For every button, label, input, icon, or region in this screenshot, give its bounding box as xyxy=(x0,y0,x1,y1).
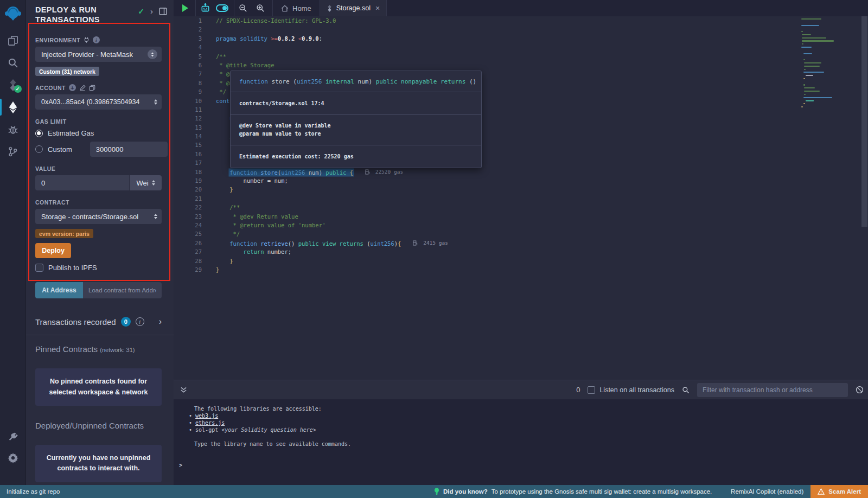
library-link[interactable]: web3.js xyxy=(195,413,218,419)
solidity-compiler-icon[interactable]: ✓ xyxy=(0,74,26,96)
line-number: 25 xyxy=(174,229,202,238)
run-script-icon[interactable] xyxy=(182,4,188,12)
transactions-expand-icon[interactable]: › xyxy=(159,317,162,327)
custom-gas-label: Custom xyxy=(48,145,72,154)
select-updown-icon xyxy=(154,214,157,219)
listen-all-checkbox[interactable] xyxy=(588,386,595,394)
debugger-icon[interactable] xyxy=(0,118,26,141)
environment-select[interactable]: Injected Provider - MetaMask xyxy=(35,47,162,62)
line-number: 24 xyxy=(174,221,202,229)
at-address-input[interactable] xyxy=(83,282,162,298)
contract-select[interactable]: Storage - contracts/Storage.sol xyxy=(35,209,162,224)
deploy-button[interactable]: Deploy xyxy=(35,243,71,258)
code-line[interactable]: 23 * @dev Return value xyxy=(174,212,868,221)
code-editor[interactable]: 1// SPDX-License-Identifier: GPL-3.023pr… xyxy=(174,16,868,380)
zoom-in-icon[interactable] xyxy=(256,4,265,12)
file-explorer-icon[interactable] xyxy=(0,29,26,52)
code-line[interactable]: 2 xyxy=(174,25,868,34)
code-line[interactable]: 5/** xyxy=(174,52,868,61)
line-number: 17 xyxy=(174,158,202,167)
copilot-toggle[interactable] xyxy=(216,4,228,12)
value-input[interactable] xyxy=(35,175,129,190)
line-number: 27 xyxy=(174,247,202,256)
code-line[interactable]: 19 number = num; xyxy=(174,176,868,185)
account-label: ACCOUNT xyxy=(35,85,66,91)
tooltip-gas-estimate: Estimated execution cost: 22520 gas xyxy=(231,145,481,168)
code-line[interactable]: 24 * @return value of 'number' xyxy=(174,221,868,229)
search-icon xyxy=(682,386,690,394)
remix-logo-icon[interactable] xyxy=(4,4,22,23)
code-line[interactable]: 20 } xyxy=(174,185,868,194)
code-line[interactable]: 26 function retrieve() public view retur… xyxy=(174,239,868,247)
editor-scrollbar[interactable] xyxy=(861,16,867,227)
custom-gas-radio[interactable] xyxy=(35,145,43,153)
clear-terminal-icon[interactable] xyxy=(856,386,864,394)
git-init-button[interactable]: Initialize as git repo xyxy=(7,488,60,495)
pin-panel-icon[interactable] xyxy=(159,8,167,15)
terminal-text: The following libraries are accessible: xyxy=(194,406,322,412)
deploy-run-icon[interactable] xyxy=(0,96,26,118)
code-line[interactable]: 3pragma solidity >=0.8.2 <0.9.0; xyxy=(174,34,868,43)
check-icon: ✓ xyxy=(138,7,144,16)
did-you-know-text: To prototype using the Gnosis safe multi… xyxy=(492,488,712,495)
environment-info-icon[interactable]: i xyxy=(93,36,100,43)
terminal-prompt[interactable]: > xyxy=(174,462,868,469)
transactions-info-icon[interactable]: i xyxy=(136,317,144,326)
code-line[interactable]: 27 return number; xyxy=(174,247,868,256)
code-line[interactable]: 18 function store(uint256 num) public { … xyxy=(174,168,868,176)
deploy-run-panel: DEPLOY & RUN TRANSACTIONS ✓ › ENVIRONMEN… xyxy=(26,0,174,485)
terminal-output[interactable]: The following libraries are accessible:•… xyxy=(174,399,868,485)
code-line[interactable]: 1// SPDX-License-Identifier: GPL-3.0 xyxy=(174,16,868,25)
code-line[interactable]: 22 /** xyxy=(174,203,868,212)
value-unit-select[interactable]: Wei xyxy=(129,175,162,190)
publish-ipfs-checkbox[interactable] xyxy=(35,264,43,272)
library-link[interactable]: ethers.js xyxy=(195,420,225,426)
filter-transactions-input[interactable] xyxy=(697,383,848,397)
plug-icon xyxy=(84,37,90,43)
zoom-out-icon[interactable] xyxy=(239,4,247,12)
code-line[interactable]: 4 xyxy=(174,43,868,52)
edit-account-icon[interactable] xyxy=(79,85,86,91)
estimated-gas-radio[interactable] xyxy=(35,130,43,137)
line-number: 1 xyxy=(174,16,202,25)
pinned-network-subtitle: (network: 31) xyxy=(100,347,135,353)
copy-account-icon[interactable] xyxy=(89,85,95,91)
ai-assistant-robot-icon[interactable] xyxy=(200,3,210,13)
fuel-icon: 22520 gas xyxy=(365,168,403,176)
fuel-icon: 2415 gas xyxy=(413,239,448,247)
at-address-button[interactable]: At Address xyxy=(35,282,83,298)
copilot-status[interactable]: RemixAI Copilot (enabled) xyxy=(731,488,803,495)
add-account-icon[interactable]: + xyxy=(69,84,76,91)
code-line[interactable]: 28 } xyxy=(174,257,868,265)
scam-alert-button[interactable]: Scam Alert xyxy=(810,485,868,498)
custom-gas-input[interactable] xyxy=(90,142,168,157)
gas-limit-label: GAS LIMIT xyxy=(35,118,67,125)
plugin-manager-icon[interactable] xyxy=(8,432,18,443)
transactions-recorded-row[interactable]: Transactions recorded 0 i › xyxy=(35,317,162,327)
line-number: 11 xyxy=(174,105,202,114)
remix-ide: ✓ DEP xyxy=(0,0,868,498)
transactions-count-badge: 0 xyxy=(121,317,131,327)
tab-home[interactable]: Home xyxy=(272,0,320,16)
publish-ipfs-label: Publish to IPFS xyxy=(48,264,97,272)
line-number: 26 xyxy=(174,239,202,247)
git-icon[interactable] xyxy=(0,141,26,163)
tooltip-signature: function store (uint256 internal num) pu… xyxy=(231,71,481,92)
account-select[interactable]: 0xA03...85ac4 (0.398673504934 xyxy=(35,94,162,110)
code-line[interactable]: 21 xyxy=(174,194,868,203)
code-line[interactable]: 25 */ xyxy=(174,229,868,238)
main-area: Home Storage.sol × 1// SPDX-License-Iden… xyxy=(174,0,868,485)
chevron-right-icon[interactable]: › xyxy=(150,7,153,16)
minimap[interactable] xyxy=(801,18,836,110)
home-tab-label: Home xyxy=(292,4,311,12)
tab-storage-sol[interactable]: Storage.sol × xyxy=(320,0,387,16)
code-line[interactable]: 6 * @title Storage xyxy=(174,61,868,69)
close-tab-icon[interactable]: × xyxy=(375,4,380,12)
code-line[interactable]: 29} xyxy=(174,265,868,274)
line-number: 9 xyxy=(174,87,202,96)
search-icon[interactable] xyxy=(0,52,26,74)
settings-gear-icon[interactable] xyxy=(8,452,18,463)
collapse-terminal-icon[interactable] xyxy=(180,386,187,393)
value-label: VALUE xyxy=(35,165,55,172)
pinned-empty-message: No pinned contracts found for selected w… xyxy=(35,368,162,406)
